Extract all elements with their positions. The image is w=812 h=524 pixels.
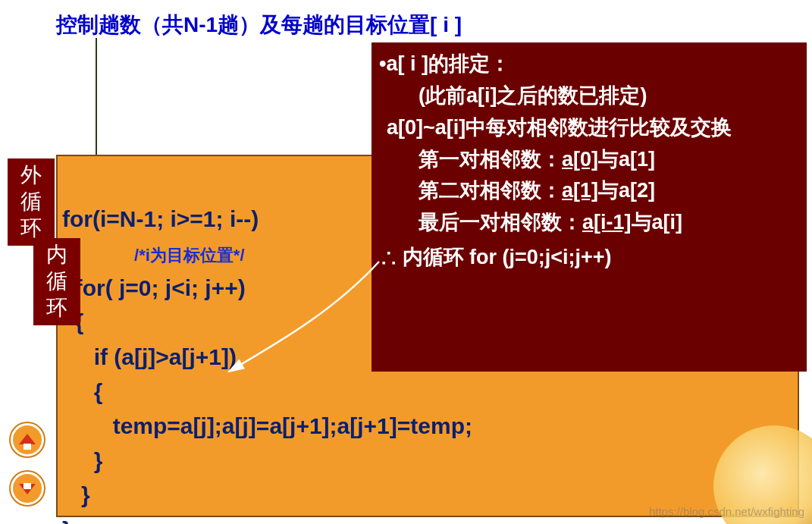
info-pair-1: 第一对相邻数：a[0]与a[1]	[379, 144, 801, 176]
pair1-pre: 第一对相邻数：	[419, 148, 562, 171]
next-slide-button[interactable]	[11, 472, 44, 505]
pair3-pre: 最后一对相邻数：	[419, 211, 582, 234]
label-inner-loop: 内循环	[33, 238, 80, 325]
pair3-u: a[i-1]	[582, 211, 632, 234]
code-line: }	[62, 482, 90, 507]
code-line: {	[62, 379, 102, 404]
watermark-text: https://blog.csdn.net/wxfighting	[649, 505, 804, 518]
code-line-swap: temp=a[j];a[j]=a[j+1];a[j+1]=temp;	[62, 413, 472, 438]
arrow-to-outer-loop	[96, 38, 97, 165]
prev-slide-button[interactable]	[11, 423, 44, 457]
code-line-for-inner: for( j=0; j<i; j++)	[62, 275, 246, 300]
info-desc: a[0]~a[i]中每对相邻数进行比较及交换	[379, 112, 801, 144]
label-outer-loop: 外循环	[8, 158, 55, 246]
info-therefore: ∴ 内循环 for (j=0;j<i;j++)	[379, 242, 801, 274]
pair2-mid: 与a[2]	[598, 179, 655, 202]
pair2-u: a[1]	[562, 179, 598, 202]
arrow-up-icon	[19, 434, 36, 444]
info-heading: •a[ i ]的排定：	[379, 49, 801, 80]
slide-title: 控制趟数（共N-1趟）及每趟的目标位置[ i ]	[56, 11, 462, 39]
pair2-pre: 第二对相邻数：	[419, 179, 562, 202]
info-pair-2: 第二对相邻数：a[1]与a[2]	[379, 175, 801, 207]
info-sub: (此前a[i]之后的数已排定)	[379, 80, 801, 112]
pair3-mid: 与a[i]	[632, 211, 683, 234]
pair1-mid: 与a[1]	[598, 148, 655, 171]
code-line: }	[62, 448, 102, 473]
code-line: }	[62, 517, 71, 524]
code-comment: /*i为目标位置*/	[134, 246, 244, 265]
explanation-box: •a[ i ]的排定： (此前a[i]之后的数已排定) a[0]~a[i]中每对…	[372, 42, 807, 372]
code-line-if: if (a[j]>a[j+1])	[62, 344, 237, 369]
pair1-u: a[0]	[562, 148, 598, 171]
info-pair-3: 最后一对相邻数：a[i-1]与a[i]	[379, 207, 801, 239]
code-line-for-outer: for(i=N-1; i>=1; i--)	[62, 206, 259, 231]
